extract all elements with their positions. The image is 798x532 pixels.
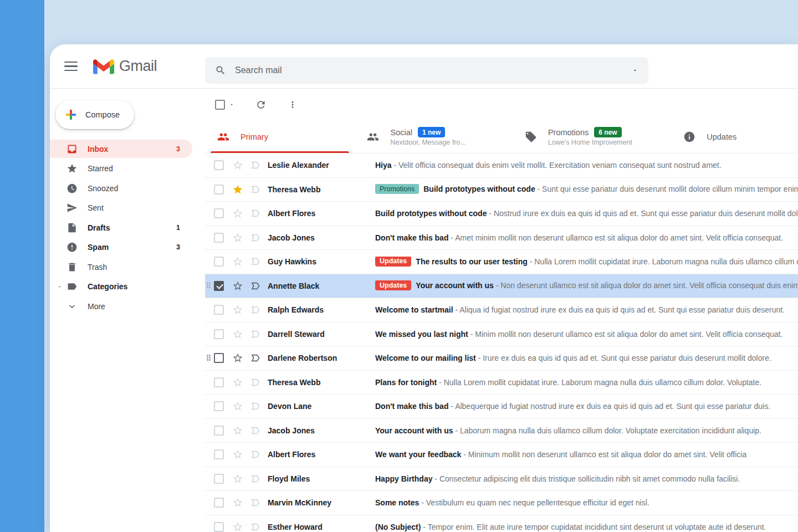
row-checkbox[interactable]: [214, 353, 224, 363]
importance-marker-icon[interactable]: [250, 352, 261, 364]
star-toggle-icon[interactable]: [232, 401, 243, 412]
importance-marker-icon[interactable]: [250, 425, 261, 436]
sidebar-item-snoozed[interactable]: Snoozed: [50, 179, 192, 197]
importance-marker-icon[interactable]: [250, 232, 261, 243]
email-row[interactable]: Floyd Miles Happy Birthday - Consectetur…: [205, 467, 798, 492]
search-input[interactable]: [235, 65, 623, 75]
tab-primary[interactable]: Primary: [205, 120, 355, 153]
email-content: Happy Birthday - Consectetur adipiscing …: [375, 474, 798, 483]
row-checkbox[interactable]: [214, 522, 224, 532]
expand-caret-icon[interactable]: [57, 284, 62, 289]
star-toggle-icon[interactable]: [232, 497, 243, 508]
tab-social[interactable]: Social 1 new Nextdoor, Message fro...: [355, 120, 512, 153]
email-content: PromotionsBuild prototypes without code …: [375, 184, 798, 195]
tab-promotions[interactable]: Promotions 6 new Lowe's Home Improvement: [513, 120, 671, 153]
email-row[interactable]: Marvin McKinney Some notes - Vestibulum …: [205, 491, 798, 515]
row-checkbox[interactable]: [214, 329, 224, 339]
star-toggle-icon[interactable]: [232, 232, 243, 243]
email-row[interactable]: Darlene Robertson Welcome to our mailing…: [205, 346, 798, 371]
importance-marker-icon[interactable]: [250, 329, 261, 340]
importance-marker-icon[interactable]: [250, 208, 261, 219]
sidebar-item-drafts[interactable]: Drafts 1: [50, 218, 192, 237]
importance-marker-icon[interactable]: [250, 473, 261, 484]
refresh-icon[interactable]: [255, 99, 267, 110]
row-checkbox[interactable]: [214, 426, 224, 436]
tab-label: Updates: [707, 132, 736, 141]
email-row[interactable]: Theresa Webb PromotionsBuild prototypes …: [205, 178, 798, 202]
importance-marker-icon[interactable]: [250, 449, 261, 460]
row-checkbox[interactable]: [214, 377, 224, 387]
star-toggle-icon[interactable]: [232, 449, 243, 460]
row-checkbox[interactable]: [214, 449, 224, 459]
row-checkbox[interactable]: [214, 208, 224, 218]
star-toggle-icon[interactable]: [232, 208, 243, 219]
sidebar-item-inbox[interactable]: Inbox 3: [50, 140, 192, 158]
importance-marker-icon[interactable]: [250, 401, 261, 412]
sender-name: Leslie Alexander: [268, 161, 375, 170]
importance-marker-icon[interactable]: [250, 184, 261, 195]
email-row[interactable]: Jacob Jones Your account with us - Labor…: [205, 419, 798, 443]
star-toggle-icon[interactable]: [232, 304, 243, 315]
star-toggle-icon[interactable]: [232, 521, 243, 532]
email-row[interactable]: Albert Flores Build prototypes without c…: [205, 202, 798, 226]
row-checkbox[interactable]: [214, 305, 224, 315]
drag-handle[interactable]: [207, 283, 211, 289]
email-snippet: - Albequerque id fugiat nostrud irure ex…: [448, 402, 770, 411]
email-row[interactable]: Theresa Webb Plans for tonight - Nulla L…: [205, 371, 798, 395]
star-toggle-icon[interactable]: [232, 473, 243, 484]
row-checkbox[interactable]: [214, 474, 224, 484]
sidebar-item-label: Categories: [88, 282, 192, 291]
importance-marker-icon[interactable]: [250, 521, 261, 532]
email-row[interactable]: Devon Lane Don't make this bad - Albeque…: [205, 395, 798, 419]
star-toggle-icon[interactable]: [232, 377, 243, 388]
email-row[interactable]: Guy Hawkins UpdatesThe results to our us…: [205, 250, 798, 274]
hamburger-menu-icon[interactable]: [64, 60, 78, 73]
sidebar-item-more[interactable]: More: [50, 297, 192, 315]
email-content: Some notes - Vestibulum eu quam nec nequ…: [375, 498, 798, 507]
sidebar-item-categories[interactable]: Categories: [50, 278, 192, 296]
row-checkbox[interactable]: [214, 401, 224, 411]
select-all-checkbox[interactable]: [215, 100, 225, 110]
sidebar-item-starred[interactable]: Starred: [50, 160, 192, 178]
importance-marker-icon[interactable]: [250, 304, 261, 315]
unread-count: 3: [176, 243, 180, 251]
email-row[interactable]: Esther Howard (No Subject) - Tempor enim…: [205, 515, 798, 532]
importance-marker-icon[interactable]: [250, 280, 261, 291]
importance-marker-icon[interactable]: [250, 256, 261, 267]
sidebar-item-spam[interactable]: Spam 3: [50, 238, 192, 257]
sidebar-item-label: More: [88, 302, 192, 311]
row-checkbox[interactable]: [214, 160, 224, 170]
search-bar[interactable]: [205, 57, 648, 84]
sidebar-item-trash[interactable]: Trash: [50, 258, 192, 276]
star-toggle-icon[interactable]: [232, 184, 243, 195]
search-options-caret-icon[interactable]: [632, 67, 638, 74]
email-row[interactable]: Darrell Steward We missed you last night…: [205, 323, 798, 347]
email-row[interactable]: Jacob Jones Don't make this bad - Amet m…: [205, 226, 798, 250]
email-content: Don't make this bad - Amet minim mollit …: [375, 233, 798, 242]
star-toggle-icon[interactable]: [232, 160, 243, 171]
importance-marker-icon[interactable]: [250, 160, 261, 171]
star-toggle-icon[interactable]: [232, 425, 243, 436]
star-toggle-icon[interactable]: [232, 352, 243, 364]
row-checkbox[interactable]: [214, 257, 224, 267]
email-row[interactable]: Ralph Edwards Welcome to startmail - Ali…: [205, 298, 798, 323]
star-toggle-icon[interactable]: [232, 280, 243, 291]
email-row[interactable]: Annette Black UpdatesYour account with u…: [205, 274, 798, 299]
importance-marker-icon[interactable]: [250, 497, 261, 508]
email-row[interactable]: Leslie Alexander Hiya - Velit officia co…: [205, 154, 798, 178]
star-toggle-icon[interactable]: [232, 329, 243, 340]
importance-marker-icon[interactable]: [250, 377, 261, 388]
row-checkbox[interactable]: [214, 185, 224, 195]
compose-button[interactable]: Compose: [55, 100, 134, 129]
more-vert-icon[interactable]: [288, 100, 298, 110]
email-row[interactable]: Albert Flores We want your feedback - Mi…: [205, 443, 798, 467]
tab-updates[interactable]: Updates: [671, 120, 798, 153]
row-checkbox[interactable]: [214, 233, 224, 243]
star-toggle-icon[interactable]: [232, 256, 243, 267]
drag-handle[interactable]: [207, 355, 211, 361]
row-checkbox[interactable]: [214, 498, 224, 508]
sidebar-item-sent[interactable]: Sent: [50, 199, 192, 217]
row-checkbox[interactable]: [214, 281, 224, 291]
select-dropdown-caret-icon[interactable]: [229, 102, 234, 108]
email-content: Don't make this bad - Albequerque id fug…: [375, 402, 798, 411]
